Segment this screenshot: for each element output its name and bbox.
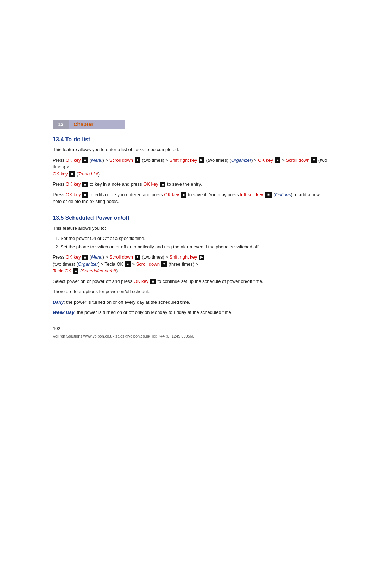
scroll-down-4: Scroll down: [136, 261, 160, 267]
tecla-ok-icon-1: ■: [125, 261, 131, 267]
section-4-intro: This feature allows you to enter a list …: [53, 146, 327, 153]
organizer-label-2: Organizer: [78, 261, 98, 267]
ok-key-icon-3: ■: [69, 171, 75, 177]
chapter-number: 13: [53, 120, 69, 129]
ok-key-icon-2: ■: [275, 157, 280, 163]
section-13-4: 13.4 To-do list This feature allows you …: [53, 136, 327, 205]
scheduled-label: Scheduled on/off: [82, 268, 116, 273]
right-arrow-icon-1: ▶: [199, 157, 204, 163]
chapter-header: 13 Chapter: [53, 120, 327, 129]
scroll-down-2: Scroll down: [286, 157, 309, 163]
arrow-down-icon-3: ▾: [135, 255, 140, 260]
list-item-2: Set the phone to switch on or off automa…: [61, 243, 327, 250]
ok-key-label-9: OK key: [134, 279, 149, 284]
weekday-para: Week Day: the power is turned on or off …: [53, 309, 327, 316]
arrow-down-icon-1: ▾: [135, 157, 140, 163]
section-5-list: Set the power On or Off at a specific ti…: [61, 235, 327, 250]
arrow-down-icon-4: ▾: [162, 261, 167, 267]
menu-label-2: Menu: [91, 254, 103, 260]
scroll-down-1: Scroll down: [109, 157, 133, 163]
ok-key-icon-5: ■: [160, 182, 165, 187]
tecla-ok-icon-2: ■: [73, 268, 78, 274]
section-4-para2: Press OK key ■ to key in a note and pres…: [53, 181, 327, 188]
ok-key-label-3: OK key: [53, 171, 68, 177]
left-soft-icon: ■: [265, 192, 272, 198]
left-soft-label: left soft key: [240, 192, 263, 197]
ok-key-label-8: OK key: [66, 254, 81, 260]
shift-right-label: Shift right key: [170, 157, 197, 163]
ok-key-label: OK key: [66, 157, 81, 163]
ok-key-label-5: OK key: [143, 181, 158, 187]
daily-label: Daily: [53, 299, 64, 305]
ok-key-icon-9: ■: [150, 279, 156, 284]
section-5-para1: Press OK key ■ (Menu) > Scroll down ▾ (t…: [53, 254, 327, 274]
organizer-label-1: Organizer: [231, 157, 251, 163]
section-13-5: 13.5 Scheduled Power on/off This feature…: [53, 215, 327, 316]
ok-key-icon-1: ■: [82, 157, 88, 163]
ok-key-label-4: OK key: [66, 181, 81, 187]
ok-key-label-2: OK key: [258, 157, 273, 163]
tecla-ok-label: Tecla OK: [53, 268, 71, 273]
footer-voipon: VoIPon Solutions www.voipon.co.uk sales@…: [53, 334, 327, 338]
page-content: 13 Chapter 13.4 To-do list This feature …: [53, 0, 327, 359]
ok-key-icon-7: ■: [181, 192, 186, 198]
section-5-para3: There are four options for power on/off …: [53, 288, 327, 295]
shift-right-label-2: Shift right key: [170, 254, 197, 260]
ok-key-label-7: OK key: [164, 192, 179, 197]
right-arrow-icon-2: ▶: [199, 255, 204, 260]
arrow-down-icon-2: ▾: [311, 157, 317, 163]
page-number: 102: [53, 326, 327, 331]
options-label: Options: [275, 192, 291, 197]
section-title-13-4: 13.4 To-do list: [53, 136, 327, 143]
ok-key-icon-8: ■: [82, 255, 88, 260]
section-title-13-5: 13.5 Scheduled Power on/off: [53, 215, 327, 221]
list-item-1: Set the power On or Off at a specific ti…: [61, 235, 327, 242]
section-5-intro: This feature allows you to:: [53, 225, 327, 232]
ok-key-icon-4: ■: [82, 182, 88, 187]
scroll-down-3: Scroll down: [109, 254, 133, 260]
daily-para: Daily: the power is turned on or off eve…: [53, 299, 327, 306]
ok-key-label-6: OK key: [66, 192, 81, 197]
section-4-para1: Press OK key ■ (Menu) > Scroll down ▾ (t…: [53, 157, 327, 178]
todolist-label: To-do List: [78, 171, 98, 177]
menu-label: Menu: [91, 157, 103, 163]
section-5-para2: Select power on or power off and press O…: [53, 278, 327, 285]
ok-key-icon-6: ■: [82, 192, 88, 198]
weekday-label: Week Day: [53, 310, 74, 315]
chapter-label: Chapter: [69, 120, 125, 129]
section-4-para3: Press OK key ■ to edit a note you entere…: [53, 191, 327, 205]
